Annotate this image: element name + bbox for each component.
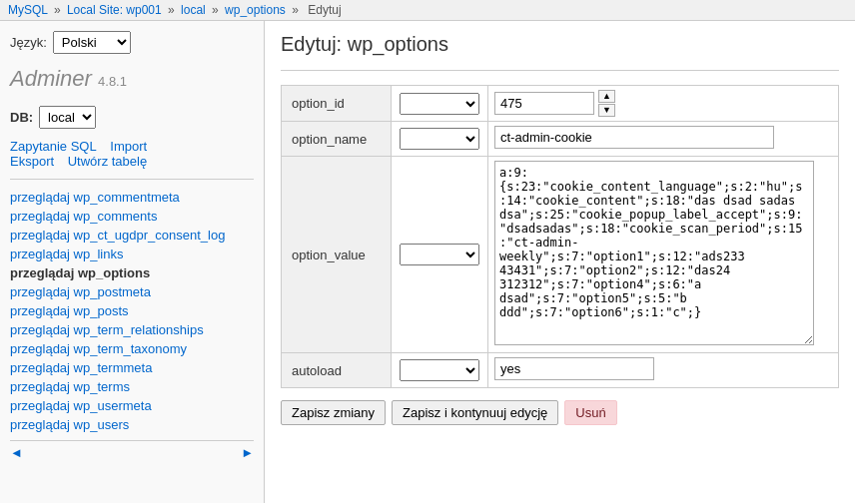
table-link-wp_terms[interactable]: przeglądaj wp_terms <box>10 379 130 394</box>
field-value-option-id: ▲ ▼ <box>488 86 839 122</box>
title-divider <box>281 70 839 71</box>
option-name-input[interactable] <box>494 126 774 149</box>
app-title: Adminer 4.8.1 <box>10 66 254 92</box>
table-link-wp_users[interactable]: przeglądaj wp_users <box>10 417 129 432</box>
language-label: Język: <box>10 35 47 50</box>
table-link-wp_term_relationships[interactable]: przeglądaj wp_term_relationships <box>10 322 204 337</box>
table-list-item: przeglądaj wp_options <box>10 263 254 282</box>
field-type-option-name: NULL <box>392 122 488 157</box>
spin-down-button[interactable]: ▼ <box>598 104 615 117</box>
db-select[interactable]: local <box>39 106 96 129</box>
button-row: Zapisz zmiany Zapisz i kontynuuj edycję … <box>281 400 839 425</box>
delete-button[interactable]: Usuń <box>564 400 616 425</box>
table-list-item: przeglądaj wp_term_taxonomy <box>10 339 254 358</box>
table-list-item: przeglądaj wp_term_relationships <box>10 320 254 339</box>
table-link-wp_comments[interactable]: przeglądaj wp_comments <box>10 209 157 224</box>
table-list-item: przeglądaj wp_users <box>10 415 254 434</box>
table-link-wp_termmeta[interactable]: przeglądaj wp_termmeta <box>10 360 152 375</box>
table-link-wp_ct_ugdpr_consent_log[interactable]: przeglądaj wp_ct_ugdpr_consent_log <box>10 228 225 243</box>
breadcrumb-local-site[interactable]: Local Site: wp001 <box>67 3 162 17</box>
table-link-wp_options[interactable]: przeglądaj wp_options <box>10 265 150 280</box>
create-table-link[interactable]: Utwórz tabelę <box>68 154 147 169</box>
breadcrumb-arrow1: » <box>54 3 61 17</box>
field-type-select-option-id[interactable]: NULL <box>400 93 479 115</box>
breadcrumb-mysql[interactable]: MySQL <box>8 3 48 17</box>
breadcrumb-arrow2: » <box>168 3 175 17</box>
table-link-wp_usermeta[interactable]: przeglądaj wp_usermeta <box>10 398 152 413</box>
field-type-select-option-name[interactable]: NULL <box>400 128 479 150</box>
table-list-item: przeglądaj wp_termmeta <box>10 358 254 377</box>
sidebar-actions: Zapytanie SQL Import Eksport Utwórz tabe… <box>10 139 254 169</box>
table-list-item: przeglądaj wp_usermeta <box>10 396 254 415</box>
field-type-autoload: NULL <box>392 353 488 388</box>
db-row: DB: local <box>10 106 254 129</box>
field-label-autoload: autoload <box>282 353 392 388</box>
field-row-autoload: autoload NULL <box>282 353 839 388</box>
field-type-select-autoload[interactable]: NULL <box>400 359 479 381</box>
main-content: Edytuj: wp_options option_id NULL ▲ <box>265 21 855 503</box>
autoload-input[interactable] <box>494 357 654 380</box>
table-link-wp_links[interactable]: przeglądaj wp_links <box>10 247 123 261</box>
option-id-spinner: ▲ ▼ <box>598 90 615 117</box>
table-list-item: przeglądaj wp_terms <box>10 377 254 396</box>
field-value-autoload <box>488 353 839 388</box>
table-list: przeglądaj wp_commentmetaprzeglądaj wp_c… <box>10 188 254 434</box>
sidebar-divider <box>10 179 254 180</box>
field-type-select-option-value[interactable]: NULL <box>400 244 479 265</box>
breadcrumb-arrow3: » <box>212 3 219 17</box>
field-type-option-id: NULL <box>392 86 488 122</box>
table-list-item: przeglądaj wp_comments <box>10 207 254 226</box>
app-version: 4.8.1 <box>98 74 127 89</box>
sidebar-scroll-row: ◄ ► <box>10 440 254 464</box>
spin-up-button[interactable]: ▲ <box>598 90 615 103</box>
option-id-input[interactable] <box>494 92 594 115</box>
field-label-option-id: option_id <box>282 86 392 122</box>
table-list-item: przeglądaj wp_postmeta <box>10 282 254 301</box>
breadcrumb-local[interactable]: local <box>181 3 206 17</box>
language-row: Język: Polski English Deutsch <box>10 31 254 54</box>
table-list-item: przeglądaj wp_ct_ugdpr_consent_log <box>10 226 254 245</box>
field-value-option-value <box>488 157 839 353</box>
save-continue-button[interactable]: Zapisz i kontynuuj edycję <box>392 400 558 425</box>
table-link-wp_posts[interactable]: przeglądaj wp_posts <box>10 303 129 318</box>
breadcrumb-arrow4: » <box>292 3 299 17</box>
breadcrumb-wp-options[interactable]: wp_options <box>225 3 286 17</box>
field-value-option-name <box>488 122 839 157</box>
field-label-option-value: option_value <box>282 157 392 353</box>
option-id-wrap: ▲ ▼ <box>494 90 832 117</box>
breadcrumb-edytuj: Edytuj <box>308 3 341 17</box>
scroll-left-icon[interactable]: ◄ <box>10 445 23 460</box>
edit-form: option_id NULL ▲ ▼ <box>281 85 839 388</box>
table-list-item: przeglądaj wp_posts <box>10 301 254 320</box>
scroll-right-icon[interactable]: ► <box>241 445 254 460</box>
field-row-option-value: option_value NULL <box>282 157 839 353</box>
sidebar: Język: Polski English Deutsch Adminer 4.… <box>0 21 265 503</box>
table-list-item: przeglądaj wp_links <box>10 245 254 263</box>
export-link[interactable]: Eksport <box>10 154 54 169</box>
table-link-wp_commentmeta[interactable]: przeglądaj wp_commentmeta <box>10 190 180 205</box>
table-link-wp_term_taxonomy[interactable]: przeglądaj wp_term_taxonomy <box>10 341 187 356</box>
table-list-item: przeglądaj wp_commentmeta <box>10 188 254 207</box>
sql-query-link[interactable]: Zapytanie SQL <box>10 139 97 154</box>
field-type-option-value: NULL <box>392 157 488 353</box>
field-label-option-name: option_name <box>282 122 392 157</box>
field-row-option-id: option_id NULL ▲ ▼ <box>282 86 839 122</box>
table-link-wp_postmeta[interactable]: przeglądaj wp_postmeta <box>10 284 151 299</box>
field-row-option-name: option_name NULL <box>282 122 839 157</box>
breadcrumb: MySQL » Local Site: wp001 » local » wp_o… <box>0 0 855 21</box>
db-label: DB: <box>10 110 33 125</box>
language-select[interactable]: Polski English Deutsch <box>53 31 131 54</box>
save-button[interactable]: Zapisz zmiany <box>281 400 386 425</box>
import-link[interactable]: Import <box>110 139 147 154</box>
page-title: Edytuj: wp_options <box>281 33 839 56</box>
option-value-textarea[interactable] <box>494 161 814 345</box>
